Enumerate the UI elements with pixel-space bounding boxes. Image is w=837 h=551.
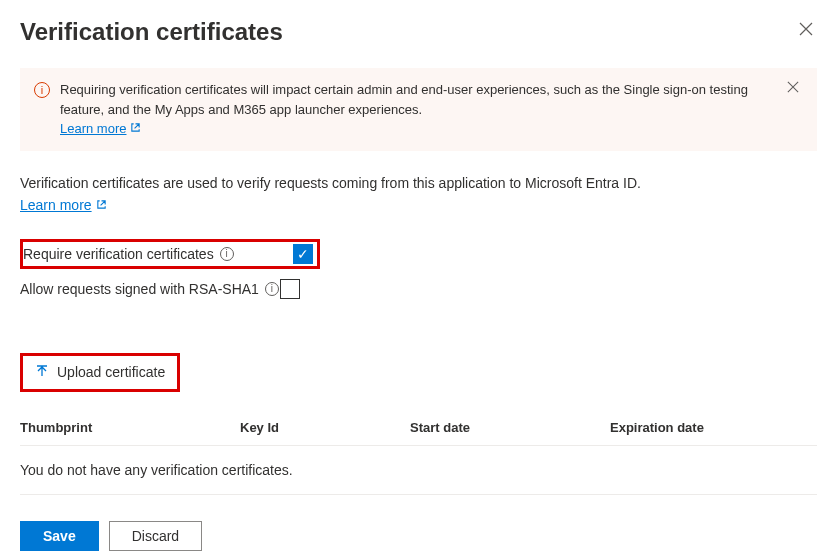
upload-icon	[35, 364, 49, 381]
alert-learn-more-link[interactable]: Learn more	[60, 119, 141, 139]
warning-icon: i	[34, 82, 50, 98]
close-button[interactable]	[795, 18, 817, 43]
close-icon	[799, 22, 813, 36]
description-learn-more-link[interactable]: Learn more	[20, 197, 107, 213]
col-start-date: Start date	[410, 420, 610, 435]
col-expiration-date: Expiration date	[610, 420, 817, 435]
allow-rsa-checkbox[interactable]	[280, 279, 300, 299]
alert-learn-more-label: Learn more	[60, 119, 126, 139]
require-cert-label: Require verification certificates	[23, 246, 214, 262]
info-icon[interactable]: i	[265, 282, 279, 296]
description-learn-more-label: Learn more	[20, 197, 92, 213]
alert-dismiss-button[interactable]	[783, 80, 803, 96]
upload-button-label: Upload certificate	[57, 364, 165, 380]
col-key-id: Key Id	[240, 420, 410, 435]
checkmark-icon: ✓	[297, 246, 309, 262]
cert-table-header: Thumbprint Key Id Start date Expiration …	[20, 410, 817, 446]
col-thumbprint: Thumbprint	[20, 420, 240, 435]
alert-text: Requiring verification certificates will…	[60, 82, 748, 117]
upload-certificate-button[interactable]: Upload certificate	[25, 358, 175, 387]
info-icon[interactable]: i	[220, 247, 234, 261]
allow-rsa-label: Allow requests signed with RSA-SHA1	[20, 281, 259, 297]
external-link-icon	[130, 119, 141, 139]
close-icon	[787, 81, 799, 93]
require-cert-highlight: Require verification certificates i ✓	[20, 239, 320, 269]
page-title: Verification certificates	[20, 18, 283, 46]
upload-highlight: Upload certificate	[20, 353, 180, 392]
require-cert-checkbox[interactable]: ✓	[293, 244, 313, 264]
external-link-icon	[96, 197, 107, 213]
discard-button[interactable]: Discard	[109, 521, 202, 551]
warning-alert: i Requiring verification certificates wi…	[20, 68, 817, 151]
description-text: Verification certificates are used to ve…	[20, 175, 817, 191]
save-button[interactable]: Save	[20, 521, 99, 551]
empty-table-message: You do not have any verification certifi…	[20, 446, 817, 495]
